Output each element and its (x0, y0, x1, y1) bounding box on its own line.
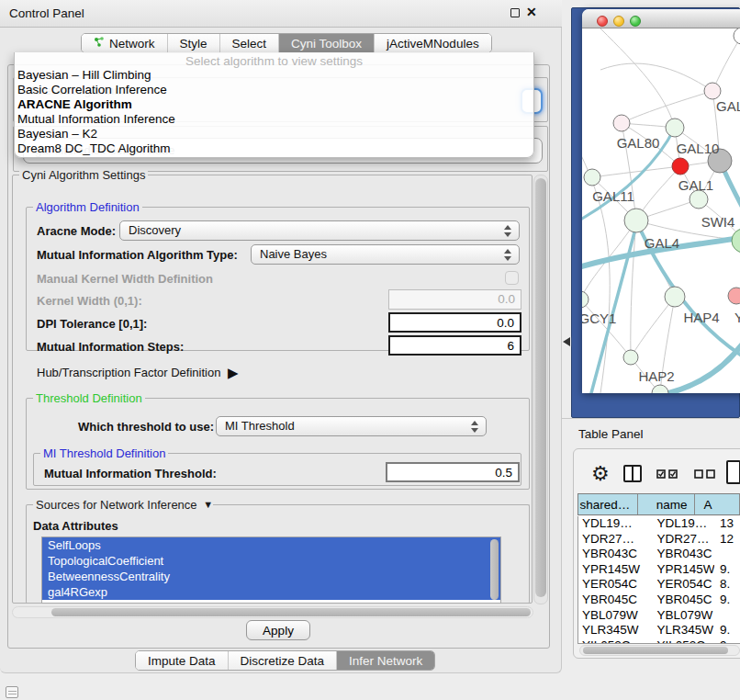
mini-table-icon[interactable] (6, 686, 18, 698)
dropdown-item-aracne[interactable]: ARACNE Algorithm (15, 97, 533, 112)
settings-vscrollbar-thumb[interactable] (535, 178, 546, 597)
manual-kernel-checkbox[interactable] (505, 271, 519, 285)
settings-gear-icon[interactable]: ⚙ (591, 462, 610, 486)
close-traffic-light-icon[interactable] (597, 16, 608, 27)
kernel-width-field[interactable]: 0.0 (388, 289, 521, 310)
threshold-definition-title: Threshold Definition (33, 391, 145, 405)
tab-network[interactable]: Network (82, 34, 168, 52)
deselect-all-columns-icon[interactable] (694, 469, 716, 480)
table-row[interactable]: YER054CYER054C8. (578, 577, 740, 593)
cyni-bottom-tabbar: Impute Data Discretize Data Infer Networ… (135, 650, 435, 671)
tab-select[interactable]: Select (220, 34, 280, 52)
node-hap2[interactable] (623, 350, 638, 365)
dropdown-item-bayesian-k2[interactable]: Bayesian – K2 (15, 127, 533, 141)
which-threshold-combo[interactable]: MI Threshold (216, 416, 487, 436)
which-threshold-label: Which threshold to use: (78, 420, 214, 434)
dpi-tolerance-field[interactable]: 0.0 (388, 312, 521, 333)
list-item[interactable]: gal4RGexp (42, 584, 500, 600)
hub-definition-toggle[interactable]: Hub/Transcription Factor Definition ▶ (37, 364, 235, 380)
settings-group-title: Cyni Algorithm Settings (19, 168, 148, 182)
mi-type-label: Mutual Information Algorithm Type: (37, 248, 238, 262)
settings-hscrollbar-thumb[interactable] (51, 608, 531, 616)
screenshot-root: Control Panel ✕ Network Style Select Cyn… (0, 0, 740, 700)
list-item[interactable]: BetweennessCentrality (42, 569, 500, 584)
table-row[interactable]: YDR27…YDR27…12 (578, 532, 740, 548)
tab-cyni-toolbox[interactable]: Cyni Toolbox (279, 34, 375, 52)
node-label: GAL11 (592, 188, 634, 204)
node-label: HAP2 (638, 368, 674, 384)
tab-impute-data[interactable]: Impute Data (136, 651, 229, 670)
float-window-icon[interactable] (510, 8, 520, 17)
table-row[interactable]: YPR145WYPR145W9. (578, 562, 740, 578)
table-hscrollbar-thumb[interactable] (583, 647, 728, 654)
tab-label: Network (109, 37, 155, 51)
tab-infer-network[interactable]: Infer Network (337, 651, 434, 670)
tab-style[interactable]: Style (168, 34, 220, 52)
column-header-name[interactable]: name (638, 494, 695, 514)
dropdown-item-bayesian-hill-climbing[interactable]: Bayesian – Hill Climbing (15, 68, 533, 83)
list-scrollbar[interactable] (490, 539, 499, 600)
sources-group-title[interactable]: Sources for Network Inference ▼ (33, 498, 213, 512)
close-icon[interactable]: ✕ (526, 5, 537, 19)
table-header-row: shared… name A (577, 493, 740, 515)
zoom-traffic-light-icon[interactable] (630, 16, 641, 27)
data-attributes-label: Data Attributes (33, 519, 118, 533)
node-label: GAL4 (645, 235, 679, 251)
table-hscrollbar-track[interactable] (579, 645, 740, 656)
table-row[interactable]: YDL19…YDL19…13 (578, 516, 740, 532)
table-row[interactable]: YBR043CYBR043C (578, 547, 740, 562)
mi-steps-field[interactable]: 6 (388, 335, 521, 356)
tab-discretize-data[interactable]: Discretize Data (229, 651, 338, 670)
node-red-selected[interactable] (672, 158, 689, 175)
settings-vscrollbar-track[interactable] (533, 175, 548, 604)
table-row[interactable]: YBL079WYBL079W (578, 608, 740, 624)
data-attributes-list[interactable]: SelfLoops TopologicalCoefficient Between… (41, 536, 501, 604)
node-unlabeled[interactable] (734, 28, 740, 44)
column-header-shared-name[interactable]: shared… (578, 494, 638, 514)
collapse-arrow-icon: ▼ (203, 499, 213, 510)
list-item[interactable]: SelfLoops (42, 537, 500, 553)
tab-jactivemnodules[interactable]: jActiveMNodules (375, 34, 491, 52)
node-label: GAL (716, 98, 740, 114)
mi-steps-label: Mutual Information Steps: (37, 340, 184, 354)
aracne-mode-combo[interactable]: Discovery (119, 220, 520, 241)
table-body[interactable]: YDL19…YDL19…13 YDR27…YDR27…12 YBR043CYBR… (577, 516, 740, 643)
expand-arrow-icon: ▶ (228, 365, 239, 380)
node-gal1[interactable] (690, 190, 708, 209)
node-label: GCY1 (582, 310, 616, 326)
mi-threshold-label: Mutual Information Threshold: (44, 467, 217, 480)
panel-title: Control Panel (9, 6, 84, 20)
settings-hscrollbar-track[interactable] (12, 606, 533, 618)
network-window: GAL GAL80 GAL10 GAL1 SWI4 GAL11 GAL4 GCY… (582, 9, 740, 393)
node-gcy1[interactable] (582, 291, 589, 308)
node-hap4[interactable] (665, 287, 685, 307)
network-canvas[interactable]: GAL GAL80 GAL10 GAL1 SWI4 GAL11 GAL4 GCY… (582, 28, 740, 393)
dropdown-item-mutual-information[interactable]: Mutual Information Inference (15, 112, 533, 127)
mi-threshold-field[interactable]: 0.5 (386, 462, 520, 482)
node-gal80[interactable] (613, 115, 630, 131)
export-table-icon[interactable] (726, 460, 740, 484)
apply-button[interactable]: Apply (246, 620, 310, 640)
dropdown-item-dream8[interactable]: Dream8 DC_TDC Algorithm (15, 141, 533, 156)
aracne-mode-label: Aracne Mode: (37, 224, 116, 238)
table-row[interactable]: YLR345WYLR345W9. (578, 623, 740, 638)
node-gal11[interactable] (584, 169, 600, 186)
node-salmon[interactable] (728, 288, 740, 304)
mouse-cursor (563, 337, 570, 346)
table-panel-title: Table Panel (578, 427, 644, 441)
minimize-traffic-light-icon[interactable] (613, 16, 624, 27)
column-header-clipped[interactable]: A (695, 494, 740, 514)
table-row[interactable]: YBR045CYBR045C9. (578, 593, 740, 608)
node-gal4[interactable] (624, 209, 648, 232)
node-gal-cut[interactable] (704, 83, 721, 99)
list-item[interactable]: TopologicalCoefficient (42, 553, 500, 569)
dropdown-placeholder: Select algorithm to view settings (15, 54, 533, 68)
node-bright-green[interactable] (732, 229, 740, 253)
network-icon (94, 36, 105, 51)
mi-type-combo[interactable]: Naive Bayes (251, 244, 520, 265)
select-all-columns-icon[interactable] (656, 469, 678, 480)
column-browser-icon[interactable] (623, 465, 642, 482)
dropdown-item-basic-correlation[interactable]: Basic Correlation Inference (15, 83, 533, 97)
node-gal10[interactable] (666, 119, 684, 137)
panel-splitter[interactable] (562, 418, 740, 419)
